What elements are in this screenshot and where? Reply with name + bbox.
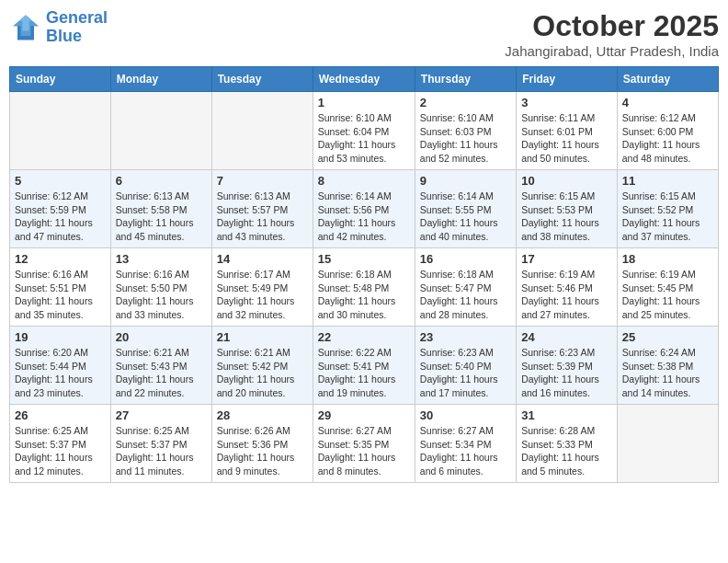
day-info: Sunrise: 6:28 AMSunset: 5:33 PMDaylight:… [521, 424, 612, 478]
day-info: Sunrise: 6:11 AMSunset: 6:01 PMDaylight:… [521, 111, 612, 166]
day-info: Sunrise: 6:12 AMSunset: 5:59 PMDaylight:… [15, 190, 106, 244]
day-info: Sunrise: 6:21 AMSunset: 5:42 PMDaylight:… [217, 346, 308, 400]
day-number: 6 [116, 174, 207, 188]
day-number: 2 [420, 96, 511, 109]
calendar-day-29: 29Sunrise: 6:27 AMSunset: 5:35 PMDayligh… [313, 405, 415, 483]
calendar-day-21: 21Sunrise: 6:21 AMSunset: 5:42 PMDayligh… [211, 327, 313, 405]
column-header-monday: Monday [110, 67, 211, 92]
day-number: 19 [15, 330, 106, 344]
day-number: 3 [521, 96, 612, 109]
calendar-day-13: 13Sunrise: 6:16 AMSunset: 5:50 PMDayligh… [110, 248, 211, 327]
day-info: Sunrise: 6:13 AMSunset: 5:58 PMDaylight:… [116, 190, 207, 244]
day-info: Sunrise: 6:23 AMSunset: 5:40 PMDaylight:… [420, 346, 511, 400]
day-number: 1 [318, 96, 410, 109]
logo-icon [9, 11, 42, 44]
calendar-day-16: 16Sunrise: 6:18 AMSunset: 5:47 PMDayligh… [415, 248, 516, 327]
calendar-day-19: 19Sunrise: 6:20 AMSunset: 5:44 PMDayligh… [10, 327, 111, 405]
calendar-day-10: 10Sunrise: 6:15 AMSunset: 5:53 PMDayligh… [517, 170, 618, 248]
calendar-day-24: 24Sunrise: 6:23 AMSunset: 5:39 PMDayligh… [517, 327, 618, 405]
day-info: Sunrise: 6:16 AMSunset: 5:50 PMDaylight:… [116, 268, 207, 322]
calendar-day-30: 30Sunrise: 6:27 AMSunset: 5:34 PMDayligh… [415, 405, 516, 483]
day-number: 9 [420, 174, 511, 188]
logo-line2: Blue [46, 27, 82, 45]
day-info: Sunrise: 6:10 AMSunset: 6:04 PMDaylight:… [318, 111, 410, 166]
day-info: Sunrise: 6:15 AMSunset: 5:53 PMDaylight:… [521, 190, 612, 244]
calendar-table: SundayMondayTuesdayWednesdayThursdayFrid… [9, 66, 719, 483]
day-number: 28 [217, 408, 308, 422]
calendar-day-20: 20Sunrise: 6:21 AMSunset: 5:43 PMDayligh… [110, 327, 211, 405]
day-number: 24 [521, 330, 612, 344]
day-info: Sunrise: 6:12 AMSunset: 6:00 PMDaylight:… [622, 111, 713, 166]
calendar-day-3: 3Sunrise: 6:11 AMSunset: 6:01 PMDaylight… [517, 92, 618, 170]
day-info: Sunrise: 6:14 AMSunset: 5:56 PMDaylight:… [318, 190, 410, 244]
calendar-day-28: 28Sunrise: 6:26 AMSunset: 5:36 PMDayligh… [211, 405, 313, 483]
day-number: 26 [15, 408, 106, 422]
day-number: 13 [116, 252, 207, 266]
calendar-day-9: 9Sunrise: 6:14 AMSunset: 5:55 PMDaylight… [415, 170, 516, 248]
day-number: 27 [116, 408, 207, 422]
logo-text: General Blue [46, 9, 108, 46]
day-number: 31 [521, 408, 612, 422]
calendar-empty [617, 405, 718, 483]
calendar-day-7: 7Sunrise: 6:13 AMSunset: 5:57 PMDaylight… [211, 170, 313, 248]
month-title: October 2025 [505, 9, 719, 43]
column-header-tuesday: Tuesday [211, 67, 313, 92]
day-info: Sunrise: 6:17 AMSunset: 5:49 PMDaylight:… [217, 268, 308, 322]
calendar-day-4: 4Sunrise: 6:12 AMSunset: 6:00 PMDaylight… [617, 92, 718, 170]
day-number: 15 [318, 252, 410, 266]
calendar-empty [10, 92, 111, 170]
column-header-wednesday: Wednesday [313, 67, 415, 92]
day-info: Sunrise: 6:18 AMSunset: 5:47 PMDaylight:… [420, 268, 511, 322]
calendar-week-4: 19Sunrise: 6:20 AMSunset: 5:44 PMDayligh… [10, 327, 719, 405]
day-info: Sunrise: 6:15 AMSunset: 5:52 PMDaylight:… [622, 190, 713, 244]
calendar-day-18: 18Sunrise: 6:19 AMSunset: 5:45 PMDayligh… [617, 248, 718, 327]
day-info: Sunrise: 6:22 AMSunset: 5:41 PMDaylight:… [318, 346, 410, 400]
calendar-week-1: 1Sunrise: 6:10 AMSunset: 6:04 PMDaylight… [10, 92, 719, 170]
calendar-day-23: 23Sunrise: 6:23 AMSunset: 5:40 PMDayligh… [415, 327, 516, 405]
calendar-day-2: 2Sunrise: 6:10 AMSunset: 6:03 PMDaylight… [415, 92, 516, 170]
calendar-week-3: 12Sunrise: 6:16 AMSunset: 5:51 PMDayligh… [10, 248, 719, 327]
day-number: 23 [420, 330, 511, 344]
calendar-day-5: 5Sunrise: 6:12 AMSunset: 5:59 PMDaylight… [10, 170, 111, 248]
calendar-week-2: 5Sunrise: 6:12 AMSunset: 5:59 PMDaylight… [10, 170, 719, 248]
day-number: 20 [116, 330, 207, 344]
day-number: 5 [15, 174, 106, 188]
day-info: Sunrise: 6:26 AMSunset: 5:36 PMDaylight:… [217, 424, 308, 478]
day-info: Sunrise: 6:25 AMSunset: 5:37 PMDaylight:… [15, 424, 106, 478]
day-info: Sunrise: 6:13 AMSunset: 5:57 PMDaylight:… [217, 190, 308, 244]
day-info: Sunrise: 6:27 AMSunset: 5:35 PMDaylight:… [318, 424, 410, 478]
calendar-empty [211, 92, 313, 170]
day-info: Sunrise: 6:24 AMSunset: 5:38 PMDaylight:… [622, 346, 713, 400]
calendar-empty [110, 92, 211, 170]
calendar-day-14: 14Sunrise: 6:17 AMSunset: 5:49 PMDayligh… [211, 248, 313, 327]
calendar-week-5: 26Sunrise: 6:25 AMSunset: 5:37 PMDayligh… [10, 405, 719, 483]
page-header: General Blue October 2025 Jahangirabad, … [9, 9, 719, 59]
calendar-day-26: 26Sunrise: 6:25 AMSunset: 5:37 PMDayligh… [10, 405, 111, 483]
day-number: 21 [217, 330, 308, 344]
logo-line1: General [46, 8, 108, 27]
day-info: Sunrise: 6:19 AMSunset: 5:46 PMDaylight:… [521, 268, 612, 322]
day-info: Sunrise: 6:18 AMSunset: 5:48 PMDaylight:… [318, 268, 410, 322]
column-header-sunday: Sunday [10, 67, 111, 92]
calendar-day-1: 1Sunrise: 6:10 AMSunset: 6:04 PMDaylight… [313, 92, 415, 170]
day-number: 4 [622, 96, 713, 109]
day-number: 8 [318, 174, 410, 188]
day-info: Sunrise: 6:20 AMSunset: 5:44 PMDaylight:… [15, 346, 106, 400]
day-number: 18 [622, 252, 713, 266]
title-block: October 2025 Jahangirabad, Uttar Pradesh… [505, 9, 719, 59]
day-info: Sunrise: 6:16 AMSunset: 5:51 PMDaylight:… [15, 268, 106, 322]
column-header-thursday: Thursday [415, 67, 516, 92]
day-number: 10 [521, 174, 612, 188]
column-header-friday: Friday [517, 67, 618, 92]
day-number: 12 [15, 252, 106, 266]
day-number: 14 [217, 252, 308, 266]
day-number: 16 [420, 252, 511, 266]
calendar-day-17: 17Sunrise: 6:19 AMSunset: 5:46 PMDayligh… [517, 248, 618, 327]
calendar-header-row: SundayMondayTuesdayWednesdayThursdayFrid… [10, 67, 719, 92]
calendar-day-27: 27Sunrise: 6:25 AMSunset: 5:37 PMDayligh… [110, 405, 211, 483]
day-info: Sunrise: 6:19 AMSunset: 5:45 PMDaylight:… [622, 268, 713, 322]
logo: General Blue [9, 9, 108, 46]
day-number: 11 [622, 174, 713, 188]
calendar-day-12: 12Sunrise: 6:16 AMSunset: 5:51 PMDayligh… [10, 248, 111, 327]
column-header-saturday: Saturday [617, 67, 718, 92]
